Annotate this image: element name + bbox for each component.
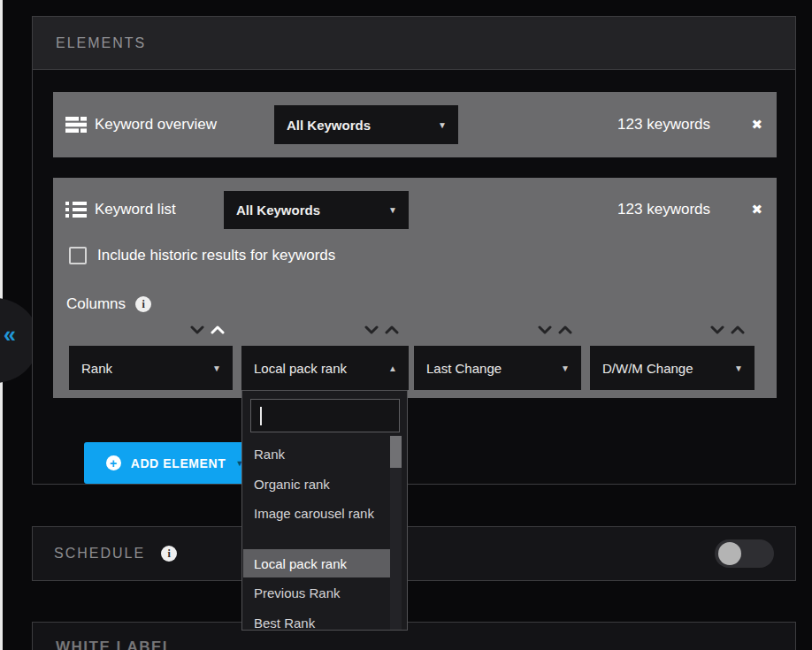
elements-panel-header: ELEMENTS (33, 17, 795, 70)
caret-down-icon: ▼ (734, 363, 743, 373)
caret-down-icon: ▼ (561, 363, 570, 373)
sort-controls-col-3 (538, 325, 572, 335)
sort-up-icon[interactable] (731, 325, 745, 335)
column-select-3-value: Last Change (426, 361, 502, 376)
schedule-section: SCHEDULE i (32, 526, 796, 581)
schedule-info-icon[interactable]: i (161, 546, 177, 562)
columns-label-group: Columns i (66, 295, 151, 313)
text-caret (260, 407, 262, 425)
caret-down-icon: ▼ (212, 363, 221, 373)
elements-panel: ELEMENTS Keyword overview All Keywords ▼… (32, 16, 796, 485)
report-builder-screen: « ELEMENTS Keyword overview All Keywords… (0, 0, 812, 650)
column-select-2-value: Local pack rank (254, 361, 347, 376)
historic-results-checkbox[interactable] (69, 247, 87, 264)
dropdown-scrollbar-thumb[interactable] (390, 436, 402, 468)
keyword-list-card: Keyword list All Keywords ▼ 123 keywords… (53, 178, 777, 398)
keyword-overview-remove-icon[interactable]: ✖ (751, 118, 762, 131)
column-select-2-open[interactable]: Local pack rank ▲ (241, 346, 409, 390)
caret-up-icon: ▲ (388, 363, 397, 373)
column-select-3[interactable]: Last Change ▼ (414, 346, 581, 390)
caret-down-icon: ▼ (388, 205, 397, 215)
option-rank[interactable]: Rank (243, 439, 390, 469)
sort-controls-col-1 (190, 325, 225, 335)
keyword-overview-count: 123 keywords (617, 116, 710, 134)
column-select-1-value: Rank (81, 361, 112, 376)
schedule-toggle-knob (718, 542, 741, 565)
white-label-section: WHITE LABEL (32, 622, 796, 650)
option-local-pack-rank[interactable]: Local pack rank (243, 549, 390, 577)
add-element-label: ADD ELEMENT (131, 456, 226, 470)
sort-up-icon[interactable] (558, 325, 572, 335)
column-search-input[interactable] (250, 399, 400, 432)
keyword-overview-label: Keyword overview (95, 116, 217, 134)
keyword-overview-filter-select[interactable]: All Keywords ▼ (274, 105, 458, 144)
sort-down-icon[interactable] (538, 325, 552, 335)
caret-down-icon: ▼ (438, 120, 447, 130)
schedule-toggle[interactable] (715, 539, 774, 568)
add-element-button[interactable]: + ADD ELEMENT ▼ (84, 442, 265, 484)
sort-down-icon[interactable] (710, 325, 724, 335)
option-organic-rank[interactable]: Organic rank (243, 469, 390, 499)
plus-icon: + (106, 455, 121, 470)
dropdown-scrollbar[interactable] (390, 435, 402, 631)
columns-label: Columns (66, 295, 126, 313)
sort-up-icon[interactable] (385, 325, 399, 335)
keyword-overview-icon (65, 116, 87, 137)
schedule-title: SCHEDULE (54, 546, 145, 562)
keyword-overview-filter-value: All Keywords (287, 118, 371, 133)
column-select-4[interactable]: D/W/M Change ▼ (590, 346, 755, 390)
keyword-list-count: 123 keywords (617, 201, 710, 218)
column-options-dropdown: Rank Organic rank Image carousel rank Lo… (241, 390, 408, 631)
option-best-rank[interactable]: Best Rank (243, 608, 390, 631)
keyword-list-label: Keyword list (95, 201, 176, 218)
keyword-list-remove-icon[interactable]: ✖ (751, 203, 762, 216)
sort-down-icon[interactable] (364, 325, 379, 335)
keyword-overview-row: Keyword overview All Keywords ▼ 123 keyw… (53, 92, 777, 157)
keyword-list-icon (65, 201, 87, 222)
option-image-carousel-rank[interactable]: Image carousel rank (243, 499, 390, 549)
keyword-list-filter-value: All Keywords (236, 203, 320, 218)
keyword-list-filter-select[interactable]: All Keywords ▼ (224, 191, 409, 229)
sort-down-icon[interactable] (190, 325, 204, 335)
historic-results-label: Include historic results for keywords (97, 247, 335, 264)
column-select-4-value: D/W/M Change (602, 361, 693, 376)
option-previous-rank[interactable]: Previous Rank (243, 577, 390, 608)
white-label-title: WHITE LABEL (56, 639, 173, 650)
collapse-chevron-icon[interactable]: « (4, 324, 16, 346)
sort-up-icon-active[interactable] (211, 325, 225, 335)
sort-controls-col-4 (710, 325, 745, 335)
column-select-1[interactable]: Rank ▼ (69, 346, 233, 390)
elements-panel-title: ELEMENTS (56, 35, 146, 51)
columns-info-icon[interactable]: i (135, 296, 151, 312)
sort-controls-col-2 (364, 325, 399, 335)
